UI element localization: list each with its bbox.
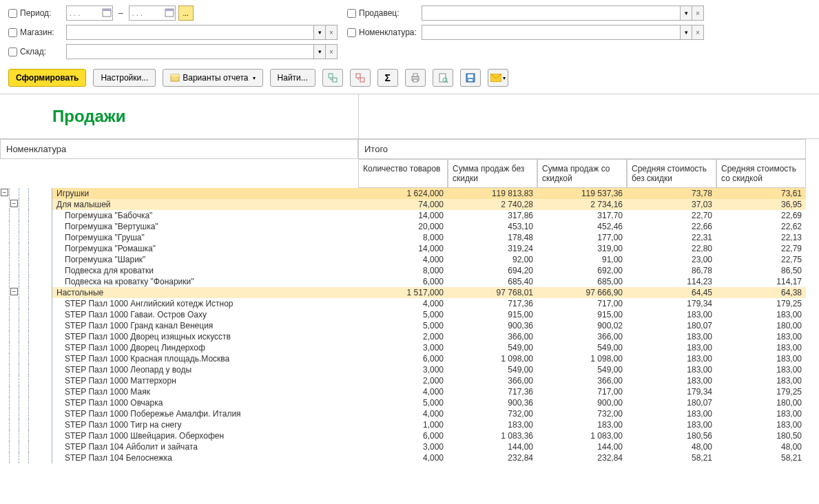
dropdown-icon[interactable]: ▾ xyxy=(313,25,326,40)
dropdown-icon[interactable]: ▾ xyxy=(680,25,692,40)
row-name: STEP Пазл 1000 Тигр на снегу xyxy=(52,419,358,430)
svg-rect-6 xyxy=(329,74,333,78)
row-value: 22,69 xyxy=(716,210,806,221)
row-value: 366,00 xyxy=(537,331,627,342)
svg-rect-15 xyxy=(413,79,417,82)
row-value: 183,00 xyxy=(716,375,806,386)
magazin-checkbox[interactable] xyxy=(8,28,17,37)
row-value: 4,000 xyxy=(358,408,448,419)
nomen-checkbox[interactable] xyxy=(347,28,356,37)
calendar-icon[interactable] xyxy=(165,8,174,17)
row-value: 366,00 xyxy=(448,375,537,386)
row-value: 549,00 xyxy=(537,364,627,375)
header-itogo: Итого xyxy=(358,139,806,159)
nomen-input[interactable] xyxy=(422,25,681,40)
row-value: 183,00 xyxy=(716,353,806,364)
row-name: STEP Пазл 1000 Дворец изящных искусств xyxy=(52,331,358,342)
row-value: 22,80 xyxy=(627,243,716,254)
row-value: 1 517,000 xyxy=(358,287,448,298)
report-grid: Номенклатура Итого Количество товаров Су… xyxy=(0,139,819,463)
row-value: 685,00 xyxy=(537,276,627,287)
clear-icon[interactable]: × xyxy=(325,25,338,40)
row-value: 5,000 xyxy=(358,320,448,331)
row-value: 180,07 xyxy=(627,320,716,331)
sklad-label: Склад: xyxy=(8,47,63,56)
row-value: 86,78 xyxy=(627,265,716,276)
row-value: 58,21 xyxy=(627,452,716,463)
sklad-checkbox[interactable] xyxy=(8,48,17,56)
row-value: 685,40 xyxy=(448,276,537,287)
row-value: 3,000 xyxy=(358,364,448,375)
row-value: 180,07 xyxy=(627,397,716,408)
row-value: 5,000 xyxy=(358,309,448,320)
clear-icon[interactable]: × xyxy=(692,6,704,21)
calendar-icon[interactable] xyxy=(102,8,112,17)
collapse-toggle[interactable]: − xyxy=(1,189,8,196)
period-checkbox[interactable] xyxy=(8,9,17,18)
svg-rect-21 xyxy=(468,79,473,81)
variants-button[interactable]: Варианты отчета ▾ xyxy=(163,69,262,87)
row-value: 183,00 xyxy=(627,375,716,386)
svg-rect-20 xyxy=(468,74,473,78)
collapse-toggle[interactable]: − xyxy=(10,288,18,295)
row-value: 4,000 xyxy=(358,452,448,463)
row-value: 179,34 xyxy=(627,298,716,309)
prodavec-checkbox[interactable] xyxy=(347,9,356,18)
collapse-tree-icon[interactable] xyxy=(350,69,371,87)
row-value: 319,00 xyxy=(537,243,627,254)
row-value: 3,000 xyxy=(358,441,448,452)
row-value: 1 098,00 xyxy=(448,353,537,364)
mail-icon[interactable]: ▾ xyxy=(488,69,508,87)
row-value: 915,00 xyxy=(448,309,537,320)
period-picker-button[interactable]: ... xyxy=(178,6,194,21)
row-value: 58,21 xyxy=(716,452,806,463)
row-value: 64,38 xyxy=(716,287,806,298)
row-value: 114,17 xyxy=(716,276,806,287)
form-button[interactable]: Сформировать xyxy=(8,69,86,87)
row-value: 144,00 xyxy=(537,441,627,452)
row-value: 36,95 xyxy=(716,199,806,210)
row-value: 183,00 xyxy=(716,408,806,419)
row-value: 177,00 xyxy=(537,232,627,243)
svg-rect-7 xyxy=(333,78,337,82)
row-value: 22,62 xyxy=(716,221,806,232)
settings-button[interactable]: Настройки... xyxy=(93,69,156,87)
row-value: 22,13 xyxy=(716,232,806,243)
row-value: 692,00 xyxy=(537,265,627,276)
print-icon[interactable] xyxy=(405,69,426,87)
row-value: 22,75 xyxy=(716,254,806,265)
save-icon[interactable] xyxy=(460,69,481,87)
svg-line-18 xyxy=(446,81,448,83)
row-value: 900,36 xyxy=(448,320,537,331)
clear-icon[interactable]: × xyxy=(692,25,704,40)
row-value: 183,00 xyxy=(537,419,627,430)
row-value: 22,66 xyxy=(627,221,716,232)
row-value: 6,000 xyxy=(358,430,448,441)
row-value: 183,00 xyxy=(716,342,806,353)
row-value: 179,34 xyxy=(627,386,716,397)
chevron-down-icon: ▾ xyxy=(503,75,506,81)
magazin-input[interactable] xyxy=(66,25,314,40)
clear-icon[interactable]: × xyxy=(325,44,338,59)
expand-tree-icon[interactable] xyxy=(322,69,343,87)
row-value: 37,03 xyxy=(627,199,716,210)
row-value: 900,00 xyxy=(537,397,627,408)
dropdown-icon[interactable]: ▾ xyxy=(680,6,692,21)
collapse-toggle[interactable]: − xyxy=(10,200,18,207)
row-value: 732,00 xyxy=(537,408,627,419)
find-button[interactable]: Найти... xyxy=(270,69,315,87)
row-value: 86,50 xyxy=(716,265,806,276)
sum-icon[interactable]: Σ xyxy=(377,69,398,87)
filter-panel: Период: – ... Продавец: ▾ × xyxy=(0,0,819,65)
row-value: 183,00 xyxy=(627,353,716,364)
preview-icon[interactable] xyxy=(433,69,453,87)
row-value: 74,000 xyxy=(358,199,448,210)
prodavec-input[interactable] xyxy=(422,6,681,21)
row-value: 694,20 xyxy=(448,265,537,276)
row-value: 549,00 xyxy=(448,364,537,375)
period-label: Период: xyxy=(8,8,63,18)
sklad-input[interactable] xyxy=(66,44,314,59)
row-name: STEP Пазл 1000 Овчарка xyxy=(52,397,358,408)
dropdown-icon[interactable]: ▾ xyxy=(313,44,326,59)
row-value: 180,50 xyxy=(716,430,806,441)
